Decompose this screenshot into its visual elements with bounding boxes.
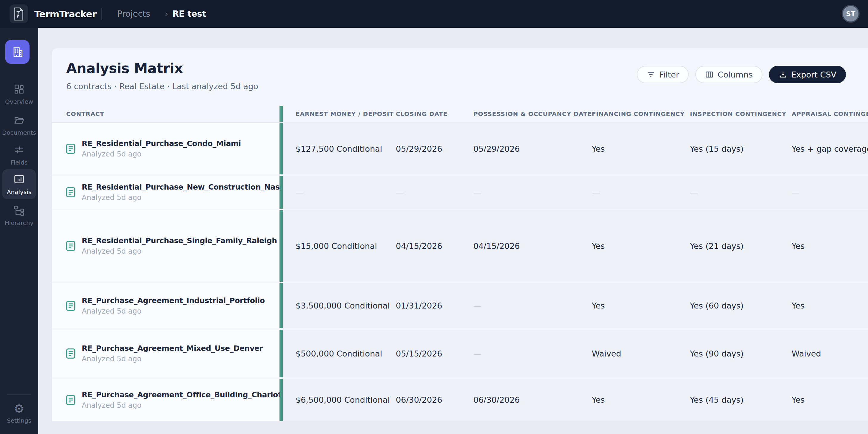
document-icon [66,300,76,311]
row-values: $127,500 Conditional05/29/202605/29/2026… [283,123,868,174]
cell-value: Waived [792,349,868,358]
columns-button-label: Columns [718,70,752,79]
cell-value: — [473,349,592,358]
cell-value: — [792,188,868,197]
table-row[interactable]: RE_Residential_Purchase_Condo_Miami Anal… [52,123,868,174]
column-header[interactable]: INSPECTION CONTINGENCY [690,110,792,118]
contract-text: RE_Residential_Purchase_New_Construction… [82,183,279,202]
cell-value: — [690,188,792,197]
folder-icon [13,115,25,126]
cell-value: Yes (45 days) [690,395,792,404]
table-row[interactable]: RE_Residential_Purchase_New_Construction… [52,176,868,209]
row-values: —————— [283,176,868,209]
column-header[interactable]: POSSESSION & OCCUPANCY DATE [473,110,592,118]
table-row[interactable]: RE_Purchase_Agreement_Office_Building_Ch… [52,379,868,421]
sidebar-item-label: Overview [0,98,38,105]
cell-value: Yes + gap coverage [792,144,868,154]
filter-button-label: Filter [659,70,679,79]
table-row[interactable]: RE_Purchase_Agreement_Industrial_Portfol… [52,283,868,328]
columns-button[interactable]: Columns [695,66,762,83]
analysis-matrix-panel: Analysis Matrix 6 contracts · Real Estat… [52,48,868,421]
contract-text: RE_Residential_Purchase_Single_Family_Ra… [82,236,277,256]
contract-name: RE_Purchase_Agreement_Industrial_Portfol… [82,296,265,305]
page-title: Analysis Matrix [66,60,183,76]
bar-chart-icon [13,173,25,185]
accent-bar [279,210,283,282]
sidebar-item-overview[interactable]: Overview [0,84,38,105]
sidebar-item-analysis[interactable]: Analysis [2,169,36,199]
contract-cell: RE_Purchase_Agreement_Mixed_Use_Denver A… [52,330,279,377]
cell-value: — [473,301,592,310]
cell-value: 06/30/2026 [396,395,473,404]
top-bar: TermTracker Projects › RE test ST [0,0,868,28]
table-header-row: CONTRACT EARNEST MONEY / DEPOSITCLOSING … [52,106,868,123]
contract-text: RE_Purchase_Agreement_Mixed_Use_Denver A… [82,344,263,363]
sidebar-item-documents[interactable]: Documents [0,115,38,136]
cell-value: Yes (21 days) [690,241,792,251]
export-csv-button[interactable]: Export CSV [769,66,846,83]
cell-value: 05/15/2026 [396,349,473,358]
page-subtitle: 6 contracts · Real Estate · Last analyze… [66,82,258,91]
contract-meta: Analyzed 5d ago [82,307,265,315]
sidebar-item-fields[interactable]: Fields [0,144,38,166]
cell-value: $3,500,000 Conditional [296,301,396,310]
cell-value: Yes (15 days) [690,144,792,154]
sidebar-item-label: Fields [0,159,38,166]
app-name: TermTracker [34,0,97,28]
cell-value: Waived [592,349,690,358]
header-actions: Filter Columns Export CSV [637,66,846,83]
accent-bar [279,330,283,377]
contract-meta: Analyzed 5d ago [82,150,241,158]
sidebar-divider [7,394,31,395]
cell-value: 05/29/2026 [396,144,473,154]
contract-cell: RE_Purchase_Agreement_Industrial_Portfol… [52,283,279,328]
cell-value: $127,500 Conditional [296,144,396,154]
column-header[interactable]: EARNEST MONEY / DEPOSIT [296,110,396,118]
cell-value: Yes [792,395,868,404]
cell-value: — [473,188,592,197]
filter-icon [646,70,655,79]
dashboard-icon [14,84,25,95]
cell-value: Yes [592,395,690,404]
table-header-values: EARNEST MONEY / DEPOSITCLOSING DATEPOSSE… [283,110,868,118]
column-header[interactable]: CLOSING DATE [396,110,473,118]
document-icon [66,348,76,359]
contract-name: RE_Purchase_Agreement_Mixed_Use_Denver [82,344,263,353]
document-icon [66,240,76,252]
columns-icon [705,70,714,79]
cell-value: Yes [792,241,868,251]
sidebar-item-hierarchy[interactable]: Hierarchy [0,205,38,227]
filter-button[interactable]: Filter [637,66,689,83]
contract-meta: Analyzed 5d ago [82,247,277,256]
document-logo-icon [13,7,24,21]
hierarchy-icon [14,205,25,216]
accent-bar [279,176,283,209]
cell-value: 01/31/2026 [396,301,473,310]
avatar[interactable]: ST [842,5,860,23]
contract-cell: RE_Residential_Purchase_Single_Family_Ra… [52,210,279,282]
cell-value: 04/15/2026 [396,241,473,251]
table-row[interactable]: RE_Residential_Purchase_Single_Family_Ra… [52,210,868,282]
export-csv-button-label: Export CSV [791,70,836,79]
table-body: RE_Residential_Purchase_Condo_Miami Anal… [52,123,868,421]
accent-bar [279,379,283,421]
contract-name: RE_Purchase_Agreement_Office_Building_Ch… [82,391,279,399]
column-header-contract[interactable]: CONTRACT [52,110,279,118]
contract-name: RE_Residential_Purchase_Condo_Miami [82,139,241,148]
app-logo[interactable] [9,4,28,23]
sidebar-item-settings[interactable]: ⚙ Settings [0,403,38,424]
column-header[interactable]: APPRAISAL CONTINGENCY [792,110,868,118]
cell-value: $6,500,000 Conditional [296,395,396,404]
document-icon [66,394,76,406]
contract-text: RE_Purchase_Agreement_Industrial_Portfol… [82,296,265,315]
sliders-icon [14,144,25,155]
contract-text: RE_Purchase_Agreement_Office_Building_Ch… [82,391,279,409]
project-button[interactable] [5,40,30,64]
column-header[interactable]: FINANCING CONTINGENCY [592,110,690,118]
contract-name: RE_Residential_Purchase_Single_Family_Ra… [82,236,277,245]
cell-value: $15,000 Conditional [296,241,396,251]
table-row[interactable]: RE_Purchase_Agreement_Mixed_Use_Denver A… [52,330,868,377]
breadcrumb-projects[interactable]: Projects [117,0,150,28]
row-values: $500,000 Conditional05/15/2026—WaivedYes… [283,330,868,377]
breadcrumb-separator: › [165,0,168,28]
